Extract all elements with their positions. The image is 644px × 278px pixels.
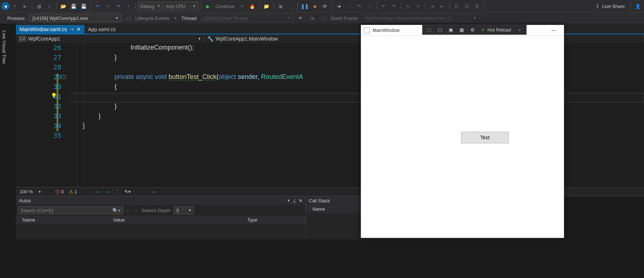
user-icon[interactable]: 👤 [633,1,643,11]
save-all-icon[interactable]: 💾 [79,1,88,11]
stackframe-label: Stack Frame: [331,16,358,21]
main-toolbar: ◄ ▼ ► ▦ ⌂ 📂 💾 💾 ↶ ▼ ↷ ▼ Debug▼ Any CPU▼ … [0,0,644,13]
hot-reload-status[interactable]: ✔ Hot Reload [478,27,514,33]
save-icon[interactable]: 💾 [69,1,78,11]
search-next-icon[interactable]: → [134,208,138,213]
nav-back-drop-icon[interactable]: ▼ [10,1,20,11]
indent-icon[interactable]: ⇥ [428,1,437,11]
hot-reload-icon[interactable]: 🔥 [248,1,257,11]
prev-issue-icon[interactable]: ← [95,189,100,195]
stop-icon[interactable]: ■ [310,1,320,11]
bookmark-icon[interactable]: ☰ [472,1,482,11]
undo-icon[interactable]: ↶ [93,1,103,11]
warning-count[interactable]: ⚠ 1 [69,189,77,194]
xaml-debug-toolbar[interactable]: ⬚ ▢ ▣ ▦ ⚙ ✔ Hot Reload ‹ [422,25,527,35]
error-count[interactable]: ⓧ 0 [55,189,64,195]
step-over-icon[interactable]: ↷ [355,1,364,11]
pen-icon[interactable]: ✎▾ [124,189,131,194]
continue-drop-icon[interactable]: ▼ [237,1,247,11]
pause-icon[interactable]: ❚❚ [300,1,309,11]
search-prev-icon[interactable]: ← [126,208,131,213]
redo-icon[interactable]: ↷ [113,1,123,11]
test-button[interactable]: Test [461,132,509,143]
wpf-app-window[interactable]: MainWindow — Test [361,25,564,238]
undo-drop-icon[interactable]: ▼ [103,1,113,11]
close-icon[interactable]: ✕ [76,26,81,32]
tab-appxaml[interactable]: App.xaml.cs [84,25,119,34]
line-number: 35 [47,132,61,139]
minimize-icon[interactable]: — [547,28,561,33]
redo2-icon[interactable]: ↷ [389,1,399,11]
graph-icon[interactable]: ∿ [403,1,413,11]
home-icon[interactable]: ⌂ [45,1,54,11]
line-number: 32 [47,102,61,110]
outdent-icon[interactable]: ⇤ [438,1,447,11]
line-number: 33 [47,112,61,120]
lightbulb-icon[interactable]: 💡 [51,93,57,98]
depth-dropdown[interactable]: 3▼ [174,206,194,214]
callstack-col-name[interactable]: Name [309,206,328,212]
continue-icon[interactable]: ▶ [203,1,213,11]
panel-close-icon[interactable]: ✕ [299,198,303,203]
platform-dropdown[interactable]: Any CPU▼ [163,2,198,10]
comment-icon[interactable]: ☷ [452,1,461,11]
tab-mainwindow[interactable]: MainWindow.xaml.cs ⊣ ✕ [16,25,84,34]
graph-drop-icon[interactable]: ▼ [414,1,423,11]
class-icon: 🔧 [207,36,213,42]
open-icon[interactable]: 📂 [59,1,68,11]
new-item-icon[interactable]: ▦ [34,1,44,11]
nav-fwd-icon: ► [20,1,30,11]
find-in-files-icon[interactable]: 📁 [262,1,271,11]
step-into-icon[interactable]: ↓ [345,1,354,11]
uncomment-icon[interactable]: ☷ [462,1,471,11]
redo-drop-icon[interactable]: ▼ [124,1,133,11]
editor-gutter: 26 27 28 29 30 31 32 33 34 35 − 💡 [16,43,68,187]
next-issue-icon[interactable]: → [105,189,111,195]
pin-icon[interactable]: ⊥ [292,198,296,203]
search-icon[interactable]: 🔍▾ [112,208,121,213]
underscore-icon[interactable]: _ [286,1,295,11]
lifecycle-label[interactable]: Lifecycle Events [136,16,170,21]
csharp-icon: C# [19,36,26,41]
col-type[interactable]: Type [244,217,260,223]
continue-label[interactable]: Continue [213,4,237,9]
step-next-icon[interactable]: ➔ [335,1,344,11]
nav-back-icon[interactable]: ◄ [1,2,9,10]
line-number: 27 [47,54,61,61]
project-dropdown[interactable]: C# WpfCoreApp1 ▼ [16,34,204,43]
display-layout-icon[interactable]: ▢ [435,25,445,34]
select-element-icon[interactable]: ⬚ [424,25,434,34]
col-value[interactable]: Value [110,217,244,223]
debug-toolbar: Process: [14156] WpfCoreApp1.exe▼ ▢ Life… [0,13,644,24]
panel-drop-icon[interactable]: ▼ [287,199,290,202]
show-tree-icon[interactable]: ▦ [457,25,467,34]
live-visual-tree-tab[interactable]: Live Visual Tree [1,29,8,65]
threads-icon[interactable]: ⇉ [307,13,317,23]
zoom-drop-icon[interactable]: ▼ [38,190,41,194]
process-dropdown[interactable]: [14156] WpfCoreApp1.exe▼ [29,14,122,22]
track-focus-icon[interactable]: ▣ [446,25,456,34]
fold-toggle[interactable]: − [62,75,66,79]
col-name[interactable]: Name [20,217,110,223]
undo2-icon[interactable]: ↶ [379,1,389,11]
modules-icon[interactable]: ⬚ [319,13,328,23]
picture-icon[interactable]: ▣ [276,1,285,11]
thread-dropdown[interactable]: [16232] Main Thread▼ [201,14,294,22]
zoom-level[interactable]: 100 % [20,189,33,194]
step-out-icon[interactable]: ↑ [365,1,374,11]
restart-icon[interactable]: ⟳ [320,1,330,11]
autos-columns: Name Value Type [16,216,306,224]
flag-icon[interactable]: ⚑ [296,13,305,23]
config-dropdown[interactable]: Debug▼ [138,2,163,10]
thread-label: Thread: [181,16,198,21]
autos-search[interactable]: Search (Ctrl+E) 🔍▾ [18,206,123,214]
scroll-left-icon[interactable]: ◂ [152,189,154,194]
pin-icon[interactable]: ⊣ [70,27,74,32]
lifecycle-icon[interactable]: ▢ [124,13,133,23]
stackframe-dropdown[interactable]: WpfCoreApp1.MainWindow.buttonTest_C [362,14,471,22]
line-number: 34 [47,122,61,130]
settings-icon[interactable]: ⚙ [468,25,478,34]
callstack-title: Call Stack [309,198,330,203]
liveshare-button[interactable]: ⇪ Live Share [592,4,628,9]
overlay-chev-icon[interactable]: ‹ [515,25,525,34]
